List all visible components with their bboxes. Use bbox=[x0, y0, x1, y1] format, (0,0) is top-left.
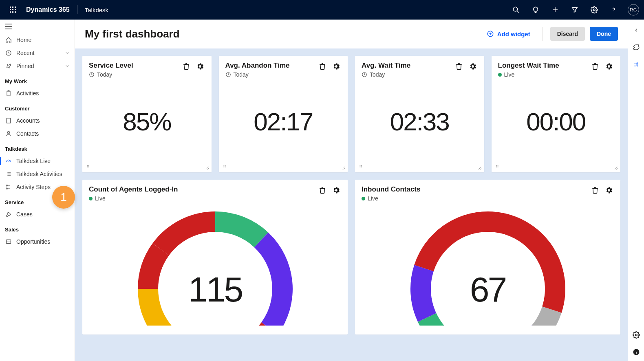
nav-label: Recent bbox=[16, 50, 34, 56]
svg-point-34 bbox=[7, 188, 8, 189]
nav-label: Talkdesk Activities bbox=[16, 171, 62, 177]
svg-line-47 bbox=[479, 167, 481, 169]
drag-handle-icon[interactable]: ⠿ bbox=[223, 166, 227, 168]
global-header: Dynamics 365 Talkdesk RG bbox=[0, 0, 644, 20]
kpi-value: 02:17 bbox=[254, 107, 313, 136]
svg-rect-35 bbox=[7, 240, 11, 243]
add-widget-label: Add widget bbox=[497, 31, 530, 37]
kpi-card: Longest Wait Time Live 00:00 ⠿ bbox=[492, 56, 621, 172]
svg-point-13 bbox=[593, 9, 595, 11]
widget-settings-icon[interactable] bbox=[604, 185, 614, 195]
drag-handle-icon[interactable]: ⠿ bbox=[496, 166, 499, 168]
user-avatar[interactable]: RG bbox=[628, 4, 639, 15]
sync-icon[interactable] bbox=[631, 42, 641, 52]
nav-item-opportunities[interactable]: Opportunities bbox=[0, 235, 75, 248]
svg-line-10 bbox=[517, 11, 519, 13]
nav-item-cases[interactable]: Cases bbox=[0, 208, 75, 221]
nav-item-accounts[interactable]: Accounts bbox=[0, 114, 75, 127]
delete-widget-icon[interactable] bbox=[454, 62, 464, 71]
steps-icon bbox=[5, 183, 12, 191]
add-icon[interactable] bbox=[547, 2, 563, 18]
chart-card: Inbound Contacts Live 67 bbox=[355, 180, 620, 335]
svg-line-26 bbox=[9, 161, 10, 162]
delete-widget-icon[interactable] bbox=[318, 185, 327, 195]
home-icon bbox=[5, 36, 12, 44]
live-dot-icon bbox=[498, 73, 502, 77]
help-icon[interactable] bbox=[606, 2, 622, 18]
widget-settings-icon[interactable] bbox=[331, 62, 341, 71]
filter-icon[interactable] bbox=[567, 2, 583, 18]
settings-icon[interactable] bbox=[586, 2, 602, 18]
rail-settings-icon[interactable] bbox=[631, 330, 641, 340]
kpi-value: 00:00 bbox=[526, 107, 585, 136]
nav-item-talkdesk-live[interactable]: Talkdesk Live bbox=[0, 154, 75, 167]
nav-item-activities[interactable]: Activities bbox=[0, 87, 75, 100]
nav-section-title: Talkdesk bbox=[0, 140, 75, 154]
dashboard-canvas: Service Level Today 85% ⠿ Avg. Abandon T… bbox=[75, 48, 628, 361]
delete-widget-icon[interactable] bbox=[181, 62, 191, 71]
card-icon bbox=[5, 238, 12, 245]
nav-toggle-icon[interactable] bbox=[0, 20, 75, 33]
nav-label: Opportunities bbox=[16, 238, 50, 245]
kpi-card: Service Level Today 85% ⠿ bbox=[82, 56, 212, 172]
app-launcher-icon[interactable] bbox=[5, 2, 21, 18]
clock-icon bbox=[89, 72, 95, 77]
brand-name: Dynamics 365 bbox=[26, 6, 70, 13]
svg-point-25 bbox=[7, 132, 9, 134]
delete-widget-icon[interactable] bbox=[590, 185, 600, 195]
nav-item-home[interactable]: Home bbox=[0, 33, 75, 46]
drag-handle-icon[interactable]: ⠿ bbox=[359, 166, 363, 168]
app-name: Talkdesk bbox=[85, 7, 108, 13]
widget-settings-icon[interactable] bbox=[468, 62, 478, 71]
resize-handle-icon[interactable] bbox=[204, 165, 209, 170]
donut-center-value: 115 bbox=[188, 269, 242, 310]
widget-settings-icon[interactable] bbox=[195, 62, 205, 71]
idea-icon[interactable] bbox=[527, 2, 544, 18]
nav-label: Contacts bbox=[16, 130, 39, 137]
clock-icon bbox=[5, 49, 12, 57]
svg-line-49 bbox=[615, 167, 618, 169]
delete-widget-icon[interactable] bbox=[318, 62, 327, 71]
chevron-down-icon bbox=[65, 51, 70, 55]
talkdesk-rail-icon[interactable]: :t bbox=[631, 59, 641, 69]
svg-rect-2 bbox=[15, 7, 16, 8]
pin-icon bbox=[5, 62, 12, 70]
svg-line-48 bbox=[480, 168, 481, 169]
svg-rect-20 bbox=[7, 118, 10, 123]
resize-handle-icon[interactable] bbox=[477, 165, 482, 170]
nav-item-talkdesk-activities[interactable]: Talkdesk Activities bbox=[0, 167, 75, 180]
svg-rect-4 bbox=[12, 9, 13, 10]
resize-handle-icon[interactable] bbox=[340, 165, 345, 170]
nav-label: Cases bbox=[16, 211, 33, 218]
resize-handle-icon[interactable] bbox=[613, 165, 618, 170]
nav-label: Accounts bbox=[16, 117, 40, 124]
card-title: Count of Agents Logged-In bbox=[89, 185, 178, 194]
svg-rect-3 bbox=[10, 9, 11, 10]
add-widget-button[interactable]: Add widget bbox=[482, 28, 535, 40]
widget-settings-icon[interactable] bbox=[331, 185, 341, 195]
nav-item-recent[interactable]: Recent bbox=[0, 46, 75, 59]
done-button[interactable]: Done bbox=[590, 27, 618, 41]
kpi-value: 85% bbox=[123, 107, 171, 136]
collapse-rail-icon[interactable] bbox=[631, 25, 641, 35]
page-header: My first dashboard Add widget Discard Do… bbox=[75, 20, 628, 48]
nav-item-pinned[interactable]: Pinned bbox=[0, 59, 75, 73]
brand-divider bbox=[77, 5, 77, 14]
svg-line-45 bbox=[344, 168, 345, 169]
live-dot-icon bbox=[362, 197, 365, 200]
drag-handle-icon[interactable]: ⠿ bbox=[86, 166, 90, 168]
svg-rect-7 bbox=[12, 11, 13, 13]
nav-item-contacts[interactable]: Contacts bbox=[0, 127, 75, 140]
nav-label: Home bbox=[16, 37, 31, 43]
chart-card: Count of Agents Logged-In Live 115 bbox=[82, 180, 348, 335]
search-icon[interactable] bbox=[508, 2, 524, 18]
wrench-icon bbox=[5, 211, 12, 218]
discard-button[interactable]: Discard bbox=[550, 27, 585, 41]
widget-settings-icon[interactable] bbox=[604, 62, 614, 71]
card-title: Longest Wait Time bbox=[498, 62, 559, 70]
rail-info-icon[interactable]: i bbox=[631, 347, 641, 357]
card-title: Inbound Contacts bbox=[362, 185, 420, 194]
list-icon bbox=[5, 170, 12, 178]
person-icon bbox=[5, 130, 12, 137]
delete-widget-icon[interactable] bbox=[590, 62, 600, 71]
